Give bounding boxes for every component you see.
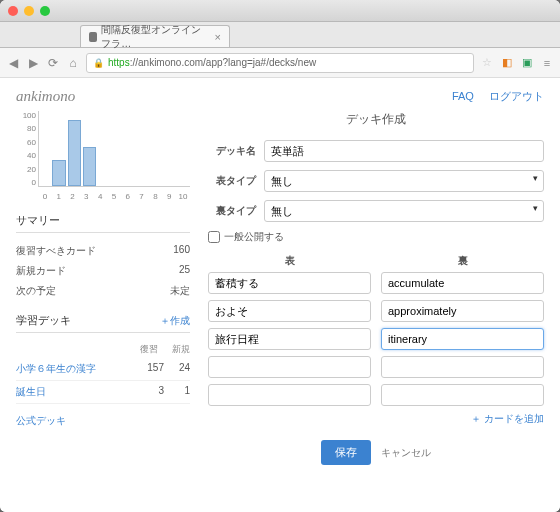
back-type-select[interactable]: 無し: [264, 200, 544, 222]
front-type-label: 表タイプ: [208, 174, 264, 188]
card-front-input[interactable]: [208, 300, 371, 322]
card-front-input[interactable]: [208, 356, 371, 378]
page-title: デッキ作成: [208, 111, 544, 128]
card-back-input[interactable]: [381, 272, 544, 294]
forward-button[interactable]: ▶: [26, 56, 40, 70]
save-button[interactable]: 保存: [321, 440, 371, 465]
front-col-header: 表: [208, 254, 371, 272]
browser-tabbar: 間隔反復型オンラインフラ… ×: [0, 22, 560, 48]
card-row: [208, 328, 544, 350]
window-titlebar: [0, 0, 560, 22]
card-back-input[interactable]: [381, 328, 544, 350]
summary-row: 新規カード25: [16, 261, 190, 281]
browser-tab[interactable]: 間隔反復型オンラインフラ… ×: [80, 25, 230, 47]
star-icon[interactable]: ☆: [480, 56, 494, 70]
extension-icon-1[interactable]: ◧: [500, 56, 514, 70]
public-checkbox[interactable]: [208, 231, 220, 243]
card-back-input[interactable]: [381, 300, 544, 322]
card-back-input[interactable]: [381, 356, 544, 378]
lock-icon: 🔒: [93, 58, 104, 68]
reload-button[interactable]: ⟳: [46, 56, 60, 70]
faq-link[interactable]: FAQ: [452, 90, 474, 102]
url-rest: ://ankimono.com/app?lang=ja#/decks/new: [130, 57, 317, 68]
front-type-select[interactable]: 無し: [264, 170, 544, 192]
home-button[interactable]: ⌂: [66, 56, 80, 70]
card-back-input[interactable]: [381, 384, 544, 406]
menu-icon[interactable]: ≡: [540, 56, 554, 70]
address-bar[interactable]: 🔒 https ://ankimono.com/app?lang=ja#/dec…: [86, 53, 474, 73]
review-chart: 100806040200 012345678910: [16, 111, 190, 201]
card-row: [208, 272, 544, 294]
browser-toolbar: ◀ ▶ ⟳ ⌂ 🔒 https ://ankimono.com/app?lang…: [0, 48, 560, 78]
tab-title: 間隔反復型オンラインフラ…: [101, 23, 208, 51]
summary-heading: サマリー: [16, 213, 190, 233]
back-col-header: 裏: [381, 254, 544, 272]
deck-row[interactable]: 誕生日31: [16, 381, 190, 404]
col-review: 復習: [140, 343, 158, 356]
card-row: [208, 356, 544, 378]
deck-name-input[interactable]: [264, 140, 544, 162]
add-card-link[interactable]: ＋ カードを追加: [471, 413, 544, 424]
create-deck-link[interactable]: ＋作成: [160, 314, 190, 328]
summary-row: 復習すべきカード160: [16, 241, 190, 261]
minimize-window-button[interactable]: [24, 6, 34, 16]
deck-name-label: デッキ名: [208, 144, 264, 158]
decks-heading: 学習デッキ ＋作成: [16, 313, 190, 333]
card-front-input[interactable]: [208, 384, 371, 406]
back-type-label: 裏タイプ: [208, 204, 264, 218]
brand-logo[interactable]: ankimono: [16, 88, 75, 105]
close-window-button[interactable]: [8, 6, 18, 16]
extension-icon-2[interactable]: ▣: [520, 56, 534, 70]
url-scheme: https: [108, 57, 130, 68]
card-front-input[interactable]: [208, 272, 371, 294]
card-front-input[interactable]: [208, 328, 371, 350]
col-new: 新規: [172, 343, 190, 356]
maximize-window-button[interactable]: [40, 6, 50, 16]
back-button[interactable]: ◀: [6, 56, 20, 70]
deck-row[interactable]: 小学６年生の漢字15724: [16, 358, 190, 381]
card-row: [208, 384, 544, 406]
summary-row: 次の予定未定: [16, 281, 190, 301]
logout-link[interactable]: ログアウト: [489, 90, 544, 102]
official-decks-link[interactable]: 公式デッキ: [16, 414, 66, 428]
public-label: 一般公開する: [224, 230, 284, 244]
favicon: [89, 32, 97, 42]
close-tab-icon[interactable]: ×: [215, 31, 221, 43]
card-row: [208, 300, 544, 322]
cancel-link[interactable]: キャンセル: [381, 446, 431, 460]
